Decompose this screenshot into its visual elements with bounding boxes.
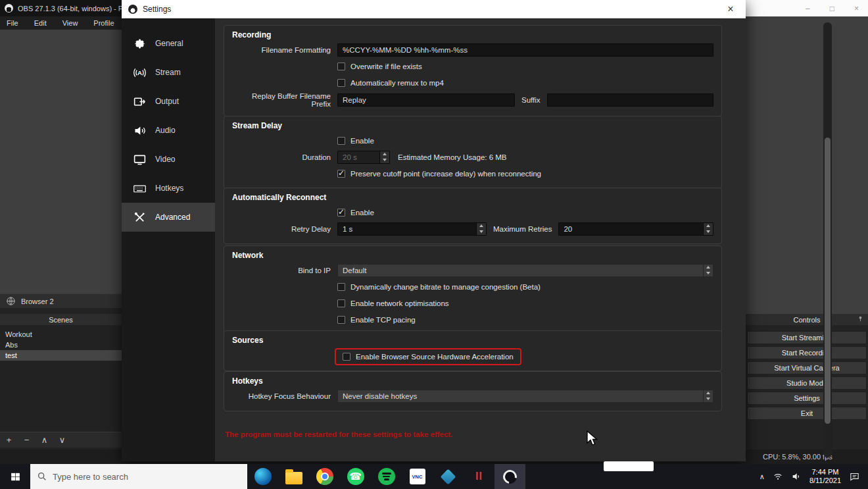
network-optimisations-checkbox[interactable] [337, 299, 345, 307]
move-scene-down-button[interactable]: ∨ [53, 435, 71, 445]
bind-ip-dropdown[interactable]: Default [337, 264, 713, 277]
taskbar-edge[interactable] [247, 464, 278, 489]
retry-delay-spinner[interactable]: 1 s [337, 222, 487, 236]
menu-file[interactable]: File [7, 19, 18, 27]
scenes-dock-header[interactable]: Scenes [0, 314, 122, 325]
preserve-cutoff-checkbox[interactable] [337, 170, 345, 178]
suffix-input[interactable] [547, 93, 713, 107]
search-input[interactable] [53, 472, 224, 482]
taskbar-vnc[interactable]: VNC [402, 464, 433, 489]
windows-taskbar: ☎ VNC II ∧ 7:44 PM 8/11/2021 [0, 464, 868, 489]
menu-edit[interactable]: Edit [34, 19, 47, 27]
settings-button[interactable]: Settings [747, 392, 867, 405]
spinner-arrows-icon[interactable] [379, 151, 389, 163]
taskbar-whatsapp[interactable]: ☎ [340, 464, 371, 489]
auto-reconnect-section: Automatically Reconnect Enable Retry Del… [224, 188, 722, 244]
spinner-arrows-icon[interactable] [703, 223, 713, 235]
section-title: Network [232, 251, 713, 260]
filename-formatting-input[interactable]: %CCYY-%MM-%DD %hh-%mm-%ss [337, 43, 713, 57]
filename-formatting-label: Filename Formatting [232, 46, 337, 54]
max-retries-spinner[interactable]: 20 [558, 222, 713, 236]
replay-prefix-input[interactable]: Replay [337, 93, 515, 107]
preview-area-right [746, 16, 868, 314]
taskbar-search-box[interactable] [30, 464, 247, 489]
taskbar-file-explorer[interactable] [278, 464, 309, 489]
volume-icon[interactable] [791, 471, 802, 482]
stream-delay-enable-checkbox[interactable] [337, 137, 345, 145]
settings-tab-stream[interactable]: A Stream [122, 58, 215, 87]
close-button[interactable]: × [854, 4, 859, 13]
taskbar-kdenlive[interactable] [433, 464, 464, 489]
dialog-scrollbar[interactable] [823, 22, 832, 457]
maximize-button[interactable]: □ [830, 4, 834, 13]
start-recording-button[interactable]: Start Recording [747, 346, 867, 359]
studio-mode-button[interactable]: Studio Mode [747, 376, 867, 390]
spotify-icon [378, 468, 395, 485]
move-scene-up-button[interactable]: ∧ [36, 435, 53, 445]
edge-icon [254, 468, 272, 485]
source-item-browser2[interactable]: Browser 2 [0, 294, 122, 308]
start-virtual-camera-button[interactable]: Start Virtual Camera [747, 361, 867, 374]
scene-item-test[interactable]: test [0, 350, 122, 361]
scenes-list: Workout Abs test [0, 325, 122, 430]
popup-fragment [604, 461, 654, 471]
taskbar-chrome[interactable] [309, 464, 340, 489]
sources-section: Sources Enable Browser Source Hardware A… [224, 330, 722, 371]
output-icon [132, 93, 147, 109]
settings-tab-video[interactable]: Video [122, 145, 215, 174]
controls-dock-title: Controls [794, 316, 821, 324]
tools-icon [132, 209, 147, 225]
scrollbar-thumb[interactable] [825, 138, 831, 424]
settings-tab-audio[interactable]: Audio [122, 116, 215, 145]
network-icon[interactable] [773, 471, 783, 482]
scene-item-workout[interactable]: Workout [0, 329, 122, 340]
retry-delay-label: Retry Delay [232, 225, 337, 233]
settings-tab-output[interactable]: Output [122, 87, 215, 116]
red-highlight-box: Enable Browser Source Hardware Accelerat… [335, 348, 521, 365]
recording-section: Recording Filename Formatting %CCYY-%MM-… [224, 25, 722, 116]
gear-icon [132, 36, 147, 51]
whatsapp-icon: ☎ [347, 468, 364, 485]
settings-dialog: Settings × General A Stream [122, 0, 746, 461]
spinner-arrows-icon[interactable] [476, 223, 486, 235]
taskbar-pause-app[interactable]: II [464, 464, 494, 489]
scene-item-abs[interactable]: Abs [0, 340, 122, 350]
menu-view[interactable]: View [62, 19, 78, 27]
settings-tab-hotkeys[interactable]: Hotkeys [122, 174, 215, 203]
taskbar-spotify[interactable] [371, 464, 402, 489]
tcp-pacing-checkbox[interactable] [337, 316, 345, 324]
settings-content: Recording Filename Formatting %CCYY-%MM-… [215, 18, 746, 461]
restart-warning-text: The program must be restarted for these … [225, 430, 452, 438]
exit-button[interactable]: Exit [747, 407, 867, 420]
monitor-icon [132, 151, 147, 167]
dynamic-bitrate-checkbox[interactable] [337, 283, 345, 291]
reconnect-enable-checkbox[interactable] [337, 209, 345, 217]
broadcast-icon: A [132, 64, 147, 80]
settings-tab-advanced[interactable]: Advanced [122, 203, 215, 232]
browser-hw-accel-checkbox[interactable] [343, 353, 350, 361]
notification-center-icon[interactable] [849, 471, 860, 482]
taskbar-obs[interactable] [494, 464, 525, 489]
minimize-button[interactable]: – [806, 4, 810, 13]
pin-icon[interactable] [857, 315, 864, 324]
start-streaming-button[interactable]: Start Streaming [747, 331, 867, 344]
overwrite-checkbox[interactable] [337, 63, 345, 70]
hotkey-focus-dropdown[interactable]: Never disable hotkeys [337, 390, 713, 403]
menu-profile[interactable]: Profile [93, 19, 114, 27]
settings-tab-general[interactable]: General [122, 29, 215, 58]
remux-checkbox[interactable] [337, 79, 345, 87]
start-button[interactable] [0, 464, 30, 489]
tab-label: Hotkeys [155, 184, 183, 193]
source-item-label: Browser 2 [21, 297, 54, 305]
reconnect-enable-label: Enable [350, 209, 374, 217]
taskbar-clock[interactable]: 7:44 PM 8/11/2021 [809, 468, 841, 485]
duration-spinner[interactable]: 20 s [337, 151, 390, 164]
remove-scene-button[interactable]: − [18, 435, 36, 445]
tray-time: 7:44 PM [809, 468, 841, 476]
dropdown-arrows-icon [703, 265, 713, 276]
controls-dock-header[interactable]: Controls [746, 314, 868, 325]
dialog-close-button[interactable]: × [722, 3, 739, 15]
dynamic-bitrate-label: Dynamically change bitrate to manage con… [350, 283, 541, 291]
chevron-up-icon[interactable]: ∧ [760, 473, 765, 481]
add-scene-button[interactable]: + [0, 435, 18, 445]
